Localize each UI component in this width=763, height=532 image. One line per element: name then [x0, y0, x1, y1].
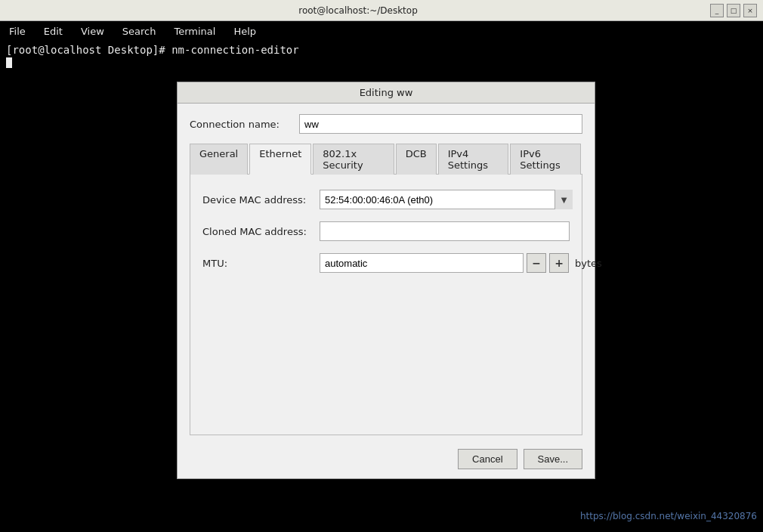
dialog-titlebar: Editing ww: [178, 82, 595, 104]
close-button[interactable]: ×: [743, 4, 757, 17]
tab-general[interactable]: General: [190, 144, 248, 175]
cancel-button[interactable]: Cancel: [458, 449, 517, 469]
menu-edit[interactable]: Edit: [41, 24, 66, 39]
tab-ipv6-settings[interactable]: IPv6 Settings: [510, 144, 581, 175]
terminal-title: root@localhost:~/Desktop: [6, 5, 710, 16]
dialog-body: Connection name: General Ethernet 802.1x…: [178, 104, 595, 443]
terminal-menubar: File Edit View Search Terminal Help: [0, 21, 763, 41]
tab-dcb[interactable]: DCB: [396, 144, 437, 175]
mtu-label: MTU:: [202, 258, 320, 269]
menu-search[interactable]: Search: [119, 24, 159, 39]
menu-view[interactable]: View: [78, 24, 107, 39]
save-button[interactable]: Save...: [524, 449, 582, 469]
editing-dialog: Editing ww Connection name: General Ethe…: [177, 82, 595, 479]
minimize-button[interactable]: _: [710, 4, 724, 17]
mtu-input[interactable]: [320, 253, 524, 273]
connection-name-row: Connection name:: [190, 114, 582, 134]
ethernet-tab-panel: Device MAC address: 52:54:00:00:46:0A (e…: [190, 175, 582, 435]
cloned-mac-row: Cloned MAC address:: [202, 221, 570, 241]
terminal-prompt: [root@localhost Desktop]# nm-connection-…: [6, 44, 299, 56]
connection-name-label: Connection name:: [190, 119, 299, 130]
device-mac-label: Device MAC address:: [202, 194, 320, 206]
connection-name-input[interactable]: [299, 114, 582, 134]
device-mac-row: Device MAC address: 52:54:00:00:46:0A (e…: [202, 190, 570, 209]
dialog-footer: Cancel Save...: [178, 443, 595, 478]
mtu-controls: − + bytes: [320, 253, 602, 273]
cloned-mac-label: Cloned MAC address:: [202, 226, 320, 237]
terminal-window-controls[interactable]: _ □ ×: [710, 4, 757, 17]
mtu-row: MTU: − + bytes: [202, 253, 570, 273]
device-mac-dropdown-wrap: 52:54:00:00:46:0A (eth0) ▼: [320, 190, 573, 209]
tab-bar: General Ethernet 802.1x Security DCB IPv…: [190, 143, 582, 175]
mtu-increment-button[interactable]: +: [549, 253, 569, 273]
menu-terminal[interactable]: Terminal: [171, 24, 218, 39]
tab-ethernet[interactable]: Ethernet: [249, 144, 311, 175]
menu-file[interactable]: File: [6, 24, 29, 39]
dialog-title: Editing ww: [184, 87, 588, 98]
csdn-watermark: https://blog.csdn.net/weixin_44320876: [580, 511, 757, 521]
mtu-decrement-button[interactable]: −: [527, 253, 546, 273]
tab-ipv4-settings[interactable]: IPv4 Settings: [438, 144, 509, 175]
terminal-cursor: [6, 57, 12, 68]
device-mac-dropdown[interactable]: 52:54:00:00:46:0A (eth0): [320, 190, 573, 209]
tab-8021x-security[interactable]: 802.1x Security: [313, 144, 394, 175]
cloned-mac-input[interactable]: [320, 221, 570, 241]
terminal-titlebar: root@localhost:~/Desktop _ □ ×: [0, 0, 763, 21]
menu-help[interactable]: Help: [230, 24, 259, 39]
maximize-button[interactable]: □: [727, 4, 740, 17]
mtu-unit-label: bytes: [575, 258, 602, 269]
